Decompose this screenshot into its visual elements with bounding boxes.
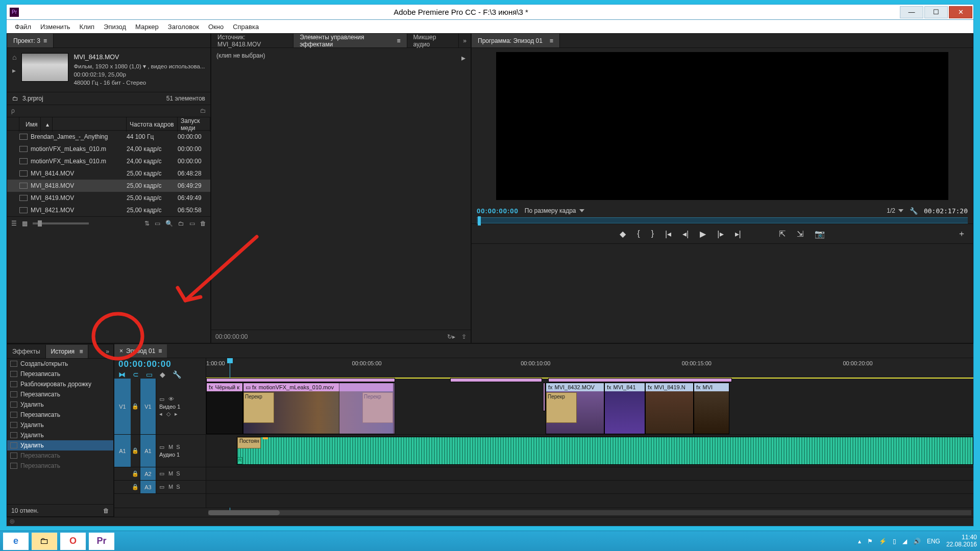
resolution-select[interactable]: 1/2: [887, 207, 903, 214]
panel-menu-icon[interactable]: ≡: [43, 37, 47, 44]
sort-icon[interactable]: ⇅: [144, 220, 150, 227]
track-a1-header[interactable]: A1 🔒 A1 ▭ M S Аудио 1: [114, 435, 206, 467]
menu-help[interactable]: Справка: [229, 22, 263, 32]
prev-kf-icon[interactable]: ◂: [159, 411, 162, 417]
taskbar-opera[interactable]: O: [60, 533, 86, 550]
track-v1-header[interactable]: V1 🔒 V1 ▭👁 Видео 1 ◂◇▸: [114, 379, 206, 435]
effects-tab[interactable]: Эффекты: [7, 345, 46, 358]
add-marker-icon[interactable]: ◆: [160, 370, 165, 379]
filter-icon[interactable]: ρ: [11, 107, 15, 114]
transition-in[interactable]: Перекр: [243, 392, 274, 423]
history-item[interactable]: Разблокировать дорожку: [7, 379, 113, 389]
marker-tool-icon[interactable]: ▭: [146, 370, 153, 379]
preview-thumbnail[interactable]: [21, 53, 68, 82]
project-tab[interactable]: Проект: 3 ≡: [7, 34, 54, 47]
settings-icon[interactable]: 🔧: [910, 207, 918, 215]
clip-thumb1[interactable]: fx MVI_8432.MOV Перекр: [546, 383, 604, 434]
menu-edit[interactable]: Изменить: [36, 22, 75, 32]
clip-black[interactable]: fx Чёрный к: [206, 383, 243, 434]
lift-icon[interactable]: ⇱: [779, 229, 786, 239]
history-tab[interactable]: История ≡: [46, 345, 89, 358]
zoom-select[interactable]: По размеру кадра: [525, 207, 584, 214]
panel-menu-icon[interactable]: ≡: [397, 37, 401, 44]
asset-row[interactable]: MVI_8418.MOV 25,00 кадр/с06:49:29: [7, 180, 210, 192]
out-icon[interactable]: }: [651, 229, 654, 238]
tray-up-icon[interactable]: ▴: [858, 538, 861, 545]
wrench-icon[interactable]: 🔧: [173, 370, 181, 379]
menu-clip[interactable]: Клип: [76, 22, 99, 32]
clip-audio[interactable]: Постоян R: [237, 437, 973, 465]
search-icon[interactable]: 🔍: [165, 220, 173, 227]
lock-icon[interactable]: 🔒: [131, 470, 140, 477]
kf-icon[interactable]: ◇: [166, 411, 170, 417]
asset-row[interactable]: MVI_8421.MOV 25,00 кадр/с06:50:58: [7, 204, 210, 216]
lock-icon[interactable]: 🔒: [131, 484, 140, 490]
marker-icon[interactable]: ◆: [620, 229, 626, 239]
trash-icon[interactable]: 🗑: [200, 220, 206, 227]
menu-marker[interactable]: Маркер: [131, 22, 163, 32]
new-bin2-icon[interactable]: 🗀: [178, 220, 184, 227]
menu-file[interactable]: Файл: [11, 22, 35, 32]
track-a2-header[interactable]: 🔒 A2 ▭ M S: [114, 467, 206, 481]
toggle-output-icon[interactable]: ▭: [159, 396, 164, 403]
taskbar-premiere[interactable]: Pr: [89, 533, 114, 550]
program-tab[interactable]: Программа: Эпизод 01 ≡: [472, 34, 560, 47]
v1-source-patch[interactable]: V1: [114, 379, 131, 434]
v1-target[interactable]: V1: [140, 379, 156, 434]
history-item[interactable]: Перезаписать: [7, 369, 113, 379]
effect-controls-tab[interactable]: Элементы управления эффектами ≡: [293, 34, 407, 47]
lock-icon[interactable]: 🔒: [131, 403, 140, 410]
button-editor-icon[interactable]: ＋: [958, 229, 966, 239]
tab-close-icon[interactable]: ×: [119, 347, 123, 355]
new-bin-icon[interactable]: 🗀: [200, 107, 206, 114]
tray-wifi-icon[interactable]: ◢: [902, 538, 907, 545]
audio-transition[interactable]: Постоян: [237, 437, 261, 448]
a3-target[interactable]: A3: [140, 481, 156, 493]
clip-thumb2[interactable]: fx MVI_841: [604, 383, 645, 434]
taskbar-ie[interactable]: e: [3, 533, 29, 550]
zoom-slider[interactable]: [33, 222, 89, 224]
tabs-overflow-icon[interactable]: »: [459, 37, 471, 44]
tray-power-icon[interactable]: ⚡: [879, 538, 887, 545]
lock-icon[interactable]: 🔒: [131, 447, 140, 454]
history-item[interactable]: Перезаписать: [7, 410, 113, 420]
menu-title[interactable]: Заголовок: [164, 22, 203, 32]
go-in-icon[interactable]: |◂: [665, 229, 671, 239]
in-icon[interactable]: {: [637, 229, 640, 238]
history-item[interactable]: Удалить: [7, 440, 113, 450]
program-monitor[interactable]: [496, 52, 948, 200]
go-out-icon[interactable]: ▸|: [735, 229, 741, 239]
timeline-lanes[interactable]: fx Чёрный к ▭ fx motionVFX_mLeaks_010.mo…: [206, 379, 973, 508]
asset-row[interactable]: motionVFX_mLeaks_010.m 24,00 кадр/с00:00…: [7, 143, 210, 155]
tray-time[interactable]: 11:40: [962, 534, 977, 541]
history-item[interactable]: Перезаписать: [7, 461, 113, 471]
taskbar-explorer[interactable]: 🗀: [32, 533, 57, 550]
export-icon[interactable]: ⇪: [461, 333, 467, 340]
tray-lang[interactable]: ENG: [927, 538, 940, 545]
history-item[interactable]: Удалить: [7, 430, 113, 440]
window-maximize-button[interactable]: ☐: [924, 6, 948, 18]
col-name[interactable]: Имя ▴: [19, 117, 127, 132]
col-fps[interactable]: Частота кадров: [127, 117, 178, 132]
col-start[interactable]: Запуск меди: [178, 117, 210, 132]
automate-icon[interactable]: ▭: [155, 220, 160, 227]
track-a3-header[interactable]: 🔒 A3 ▭ M S: [114, 481, 206, 494]
loop-icon[interactable]: ↻▸: [447, 333, 455, 340]
history-item[interactable]: Удалить: [7, 399, 113, 410]
program-scrubber[interactable]: [477, 217, 968, 223]
panel-menu-icon[interactable]: ≡: [158, 347, 162, 355]
asset-row[interactable]: MVI_8419.MOV 25,00 кадр/с06:49:49: [7, 192, 210, 204]
panel-menu-icon[interactable]: ≡: [79, 348, 83, 355]
timeline-scrollbar[interactable]: [208, 510, 971, 515]
icon-view-icon[interactable]: ▦: [22, 220, 28, 227]
a1-target[interactable]: A1: [140, 435, 156, 467]
clip-strip[interactable]: [450, 378, 542, 382]
a2-target[interactable]: A2: [140, 467, 156, 480]
marker-icon[interactable]: [263, 437, 268, 439]
program-tc-current[interactable]: 00:00:00:00: [477, 207, 519, 215]
tray-volume-icon[interactable]: 🔊: [913, 538, 921, 545]
step-back-icon[interactable]: ◂|: [682, 229, 689, 239]
transition[interactable]: Перекр: [546, 392, 577, 423]
project-path[interactable]: 3.prproj: [22, 95, 43, 102]
asset-row[interactable]: MVI_8414.MOV 25,00 кадр/с06:48:28: [7, 167, 210, 180]
